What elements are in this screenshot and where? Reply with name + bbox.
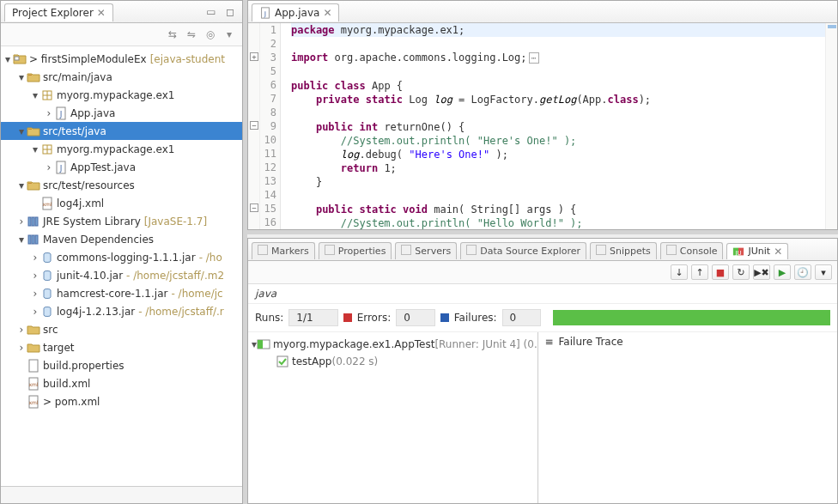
editor-line-numbers[interactable]: 123+56789−101112131415−16	[260, 23, 281, 229]
tree-item-suffix: - /home/jcstaff/.r	[138, 306, 224, 318]
errors-label: Errors:	[357, 312, 392, 324]
twisty-icon[interactable]: ›	[16, 324, 27, 336]
twisty-icon[interactable]: ›	[44, 161, 54, 173]
prev-failure-icon[interactable]: ↑	[691, 264, 708, 280]
tree-item[interactable]: ›App.java	[1, 104, 242, 122]
srcfolder-icon	[27, 124, 40, 138]
tree-item[interactable]: ▾src/test/resources	[1, 176, 242, 194]
code-editor[interactable]: 123+56789−101112131415−16 package myorg.…	[248, 23, 837, 229]
twisty-icon[interactable]: ▾	[16, 125, 27, 137]
tree-item-label: App.java	[70, 107, 115, 119]
editor-area: App.java ✕ 123+56789−101112131415−16 pac…	[247, 0, 838, 230]
twisty-icon[interactable]: ›	[30, 288, 40, 300]
close-icon[interactable]: ✕	[97, 7, 106, 19]
editor-content[interactable]: package myorg.mypackage.ex1; import org.…	[281, 23, 825, 229]
twisty-icon[interactable]: ▾	[16, 234, 27, 246]
tab-junit[interactable]: JUnit✕	[726, 243, 788, 259]
tree-item-label: hamcrest-core-1.1.jar	[57, 288, 167, 300]
tree-item[interactable]: ›commons-logging-1.1.1.jar - /ho	[1, 248, 242, 266]
junit-tree-item[interactable]: ▾myorg.mypackage.ex1.AppTest [Runner: JU…	[250, 336, 536, 353]
project-explorer-tree[interactable]: ▾> firstSimpleModuleEx [ejava-student▾sr…	[1, 46, 242, 486]
twisty-icon[interactable]: ▾	[16, 179, 27, 191]
view-menu-icon[interactable]: ▾	[815, 264, 832, 280]
tree-item[interactable]: ›JRE System Library [JavaSE-1.7]	[1, 212, 242, 230]
maximize-icon[interactable]: ◻	[223, 5, 237, 19]
tree-item[interactable]: ▾> firstSimpleModuleEx [ejava-student	[1, 50, 242, 68]
twisty-icon[interactable]: ›	[30, 306, 40, 318]
twisty-icon[interactable]: ›	[30, 252, 40, 264]
markers-icon	[258, 245, 268, 258]
tree-item-label: src/test/java	[43, 125, 106, 137]
project-explorer-tab[interactable]: Project Explorer ✕	[4, 3, 113, 21]
close-icon[interactable]: ✕	[774, 246, 782, 258]
tab-markers[interactable]: Markers	[252, 242, 315, 259]
tab-label: Snippets	[610, 246, 651, 257]
horizontal-sash[interactable]	[247, 230, 838, 234]
twisty-icon[interactable]: ▾	[30, 143, 40, 155]
next-failure-icon[interactable]: ↓	[671, 264, 688, 280]
tab-label: JUnit	[748, 246, 770, 257]
tree-item[interactable]: build.properties	[1, 356, 242, 374]
close-icon[interactable]: ✕	[323, 7, 331, 19]
editor-overview-ruler[interactable]	[825, 23, 837, 229]
folder-icon	[27, 341, 40, 355]
tree-item[interactable]: ›src	[1, 320, 242, 338]
file-icon	[27, 359, 40, 373]
tree-item-label: AppTest.java	[70, 161, 136, 173]
tree-item[interactable]: ›target	[1, 338, 242, 356]
tree-item[interactable]: build.xml	[1, 374, 242, 392]
rerun-failed-icon[interactable]: ▶✖	[753, 264, 770, 280]
tab-properties[interactable]: Properties	[319, 242, 392, 259]
tree-item[interactable]: ▾myorg.mypackage.ex1	[1, 86, 242, 104]
jar-icon	[40, 287, 54, 301]
jar-icon	[40, 269, 54, 282]
tree-item[interactable]: > pom.xml	[1, 392, 242, 410]
tree-item[interactable]: ›junit-4.10.jar - /home/jcstaff/.m2	[1, 266, 242, 284]
run-icon[interactable]: ▶	[774, 264, 791, 280]
collapse-all-icon[interactable]: ⇆	[165, 27, 180, 42]
relaunch-icon[interactable]: ↻	[732, 264, 750, 280]
console-icon	[666, 245, 677, 258]
failure-trace-icon: ≡	[545, 336, 554, 348]
stop-icon[interactable]: ■	[712, 264, 729, 280]
tree-item[interactable]: ›hamcrest-core-1.1.jar - /home/jc	[1, 284, 242, 302]
tab-snippets[interactable]: Snippets	[590, 242, 657, 259]
tree-item[interactable]: ▾src/main/java	[1, 68, 242, 86]
junit-tree-item[interactable]: testApp (0.022 s)	[250, 353, 536, 370]
tab-label: Data Source Explorer	[480, 246, 580, 257]
view-menu-icon[interactable]: ▾	[222, 27, 237, 42]
tab-data-source-explorer[interactable]: Data Source Explorer	[460, 242, 586, 259]
minimize-icon[interactable]: ▭	[204, 5, 218, 19]
jar-icon	[40, 305, 54, 319]
tree-item[interactable]: ▾Maven Dependencies	[1, 230, 242, 248]
junit-counters: Runs: 1/1 Errors: 0 Failures: 0	[248, 304, 837, 332]
tree-item[interactable]: ▾myorg.mypackage.ex1	[1, 140, 242, 158]
tab-label: Markers	[271, 246, 309, 257]
twisty-icon[interactable]: ▾	[3, 53, 13, 65]
java-file-icon	[259, 7, 271, 19]
failures-label: Failures:	[454, 312, 497, 324]
twisty-icon[interactable]: ›	[44, 107, 54, 119]
twisty-icon[interactable]: ›	[16, 216, 27, 228]
junit-test-tree[interactable]: ▾myorg.mypackage.ex1.AppTest [Runner: JU…	[248, 332, 538, 503]
failure-icon	[440, 313, 449, 322]
project-icon	[13, 52, 27, 66]
tree-item[interactable]: ›log4j-1.2.13.jar - /home/jcstaff/.r	[1, 302, 242, 320]
tree-item-label: build.xml	[43, 378, 90, 390]
tree-item[interactable]: ▾src/test/java	[1, 122, 242, 140]
library-icon	[27, 215, 40, 228]
tree-item[interactable]: log4j.xml	[1, 194, 242, 212]
tab-label: Properties	[338, 246, 386, 257]
project-explorer-tabbar: Project Explorer ✕ ▭ ◻	[1, 1, 242, 23]
history-icon[interactable]: 🕘	[794, 264, 811, 280]
twisty-icon[interactable]: ›	[16, 342, 27, 354]
twisty-icon[interactable]: ▾	[16, 71, 27, 83]
editor-tab[interactable]: App.java ✕	[252, 3, 339, 21]
twisty-icon[interactable]: ›	[30, 270, 40, 282]
tab-servers[interactable]: Servers	[395, 242, 457, 259]
twisty-icon[interactable]: ▾	[30, 89, 40, 101]
link-with-editor-icon[interactable]: ⇋	[184, 27, 199, 42]
tree-item[interactable]: ›AppTest.java	[1, 158, 242, 176]
tab-console[interactable]: Console	[660, 242, 724, 259]
focus-icon[interactable]: ◎	[203, 27, 218, 42]
